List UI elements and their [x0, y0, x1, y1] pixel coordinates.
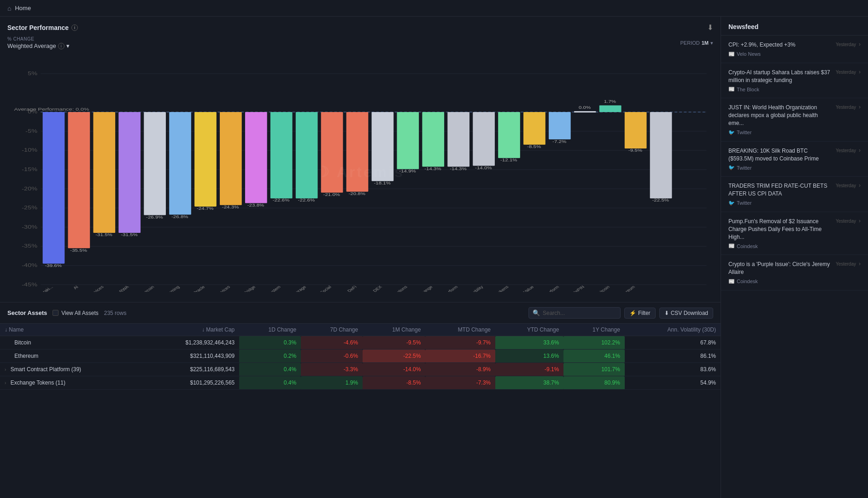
news-date-group: Yesterday › [836, 261, 861, 267]
sector-performance-info-icon[interactable]: i [71, 24, 78, 31]
cell-name: › Exchange Tokens (11) [0, 376, 142, 390]
twitter-icon: 🐦 [728, 165, 735, 171]
twitter-icon: 🐦 [728, 130, 735, 136]
view-all-checkbox[interactable] [53, 310, 59, 316]
col-1d[interactable]: 1D Change [239, 324, 301, 336]
news-arrow-icon: › [859, 104, 861, 110]
weighted-avg-info-icon[interactable]: i [58, 43, 65, 49]
cell-1m: -8.5% [363, 376, 425, 390]
sector-performance-title: Sector Performance [7, 24, 69, 31]
svg-text:-8.5%: -8.5% [527, 145, 541, 149]
period-value[interactable]: 1M [702, 40, 709, 46]
col-1m[interactable]: 1M Change [363, 324, 425, 336]
news-top: Crypto-AI startup Sahara Labs raises $37… [728, 69, 861, 84]
top-header: ⌂ Home [0, 0, 868, 17]
news-item[interactable]: CPI: +2.9%, Expected +3% Yesterday › 📰 V… [721, 36, 868, 63]
svg-text:Average Performance: 0.0%: Average Performance: 0.0% [14, 107, 89, 112]
svg-text:-14.3%: -14.3% [450, 166, 467, 171]
news-item[interactable]: JUST IN: World Health Organization decla… [721, 98, 868, 141]
cell-vol: 83.6% [625, 363, 721, 376]
table-row[interactable]: › Exchange Tokens (11) $101,295,226,5650… [0, 376, 721, 390]
news-source: 🐦 Twitter [728, 165, 861, 171]
news-item[interactable]: TRADERS TRIM FED RATE-CUT BETS AFTER US … [721, 177, 868, 212]
col-vol[interactable]: Ann. Volatility (30D) [625, 324, 721, 336]
cell-market-cap: $225,116,689,543 [142, 363, 239, 376]
expand-icon[interactable]: › [5, 367, 6, 372]
pct-change-label: % CHANGE [7, 36, 70, 42]
svg-text:-24.7%: -24.7% [197, 207, 214, 211]
news-title: JUST IN: World Health Organization decla… [728, 104, 832, 127]
news-date-group: Yesterday › [836, 218, 861, 224]
news-source: 📰 Coindesk [728, 243, 861, 249]
view-all-checkbox-label[interactable]: View All Assets [53, 310, 98, 316]
svg-rect-72 [447, 112, 469, 167]
weighted-avg-selector[interactable]: Weighted Average i ▾ [7, 42, 70, 49]
table-row[interactable]: Ethereum $321,110,443,9090.2%-0.6%-22.5%… [0, 350, 721, 363]
news-source-name: Twitter [737, 200, 751, 206]
svg-text:-35%: -35% [22, 243, 37, 249]
news-date-group: Yesterday › [836, 41, 861, 47]
cell-7d: 1.9% [301, 376, 363, 390]
svg-rect-75 [473, 112, 495, 166]
news-source-icon: 📰 [728, 279, 735, 285]
svg-text:Staki...: Staki... [39, 285, 54, 292]
news-item[interactable]: Crypto is a 'Purple Issue': Circle's Jer… [721, 255, 868, 290]
cell-1m: -9.5% [363, 336, 425, 350]
col-7d[interactable]: 7D Change [301, 324, 363, 336]
col-market-cap[interactable]: ↓ Market Cap [142, 324, 239, 336]
svg-text:-18.1%: -18.1% [374, 181, 391, 185]
svg-text:-35.5%: -35.5% [70, 248, 87, 252]
col-name[interactable]: ↓ Name [0, 324, 142, 336]
svg-text:-20.8%: -20.8% [348, 191, 365, 196]
news-date-group: Yesterday › [836, 69, 861, 75]
svg-text:File Storage: File Storage [284, 285, 307, 292]
asset-name: Smart Contract Platform (39) [11, 366, 81, 373]
weighted-avg-chevron[interactable]: ▾ [66, 42, 70, 49]
cell-1y: 46.1% [563, 350, 625, 363]
news-source: 📰 The Block [728, 86, 861, 92]
period-label: PERIOD [680, 40, 700, 46]
controls-row: % CHANGE Weighted Average i ▾ PERIOD 1M … [7, 36, 713, 49]
cell-1d: 0.4% [239, 376, 301, 390]
csv-download-button[interactable]: ⬇ CSV Download [659, 308, 713, 319]
expand-icon[interactable]: › [5, 380, 6, 385]
svg-rect-93 [625, 112, 647, 148]
cell-market-cap: $101,295,226,565 [142, 376, 239, 390]
news-arrow-icon: › [859, 218, 861, 224]
news-title: Crypto-AI startup Sahara Labs raises $37… [728, 69, 832, 84]
svg-text:DeFi: DeFi [346, 285, 358, 292]
assets-actions: 🔍 ⚡ Filter ⬇ CSV Download [528, 307, 713, 319]
period-chevron[interactable]: ▾ [710, 40, 713, 46]
news-source-name: The Block [737, 87, 759, 92]
filter-button[interactable]: ⚡ Filter [624, 308, 656, 319]
svg-text:NFT Applications: NFT Applications [378, 285, 409, 292]
table-row[interactable]: › Smart Contract Platform (39) $225,116,… [0, 363, 721, 376]
svg-text:Oracle: Oracle [191, 285, 205, 292]
news-title: BREAKING: 10K Silk Road BTC ($593.5M) mo… [728, 147, 832, 163]
news-date: Yesterday [836, 70, 856, 75]
svg-rect-27 [68, 112, 90, 248]
col-ytd[interactable]: YTD Change [495, 324, 563, 336]
download-icon[interactable]: ⬇ [707, 23, 713, 32]
search-box[interactable]: 🔍 [528, 307, 621, 319]
col-1y[interactable]: 1Y Change [563, 324, 625, 336]
svg-rect-60 [346, 112, 369, 192]
sector-chart: ☽ Artemis 5% 0% [7, 52, 713, 292]
news-date: Yesterday [836, 261, 856, 267]
svg-text:Store of Value: Store of Value [509, 285, 535, 292]
news-item[interactable]: Pump.Fun's Removal of $2 Issuance Charge… [721, 212, 868, 255]
search-input[interactable] [543, 310, 616, 316]
table-row[interactable]: Bitcoin $1,238,932,464,2430.3%-4.6%-9.5%… [0, 336, 721, 350]
cell-name: Ethereum [0, 350, 142, 363]
news-source-icon: 📰 [728, 51, 735, 57]
svg-text:AI: AI [72, 285, 79, 290]
col-mtd[interactable]: MTD Change [425, 324, 495, 336]
home-label: Home [15, 5, 31, 12]
cell-1m: -22.5% [363, 350, 425, 363]
news-item[interactable]: Crypto-AI startup Sahara Labs raises $37… [721, 63, 868, 99]
svg-text:DePIN: DePIN [571, 285, 586, 292]
news-item[interactable]: BREAKING: 10K Silk Road BTC ($593.5M) mo… [721, 142, 868, 177]
svg-rect-78 [498, 112, 520, 158]
svg-text:1.7%: 1.7% [604, 100, 616, 104]
svg-text:Bridge: Bridge [242, 285, 257, 292]
